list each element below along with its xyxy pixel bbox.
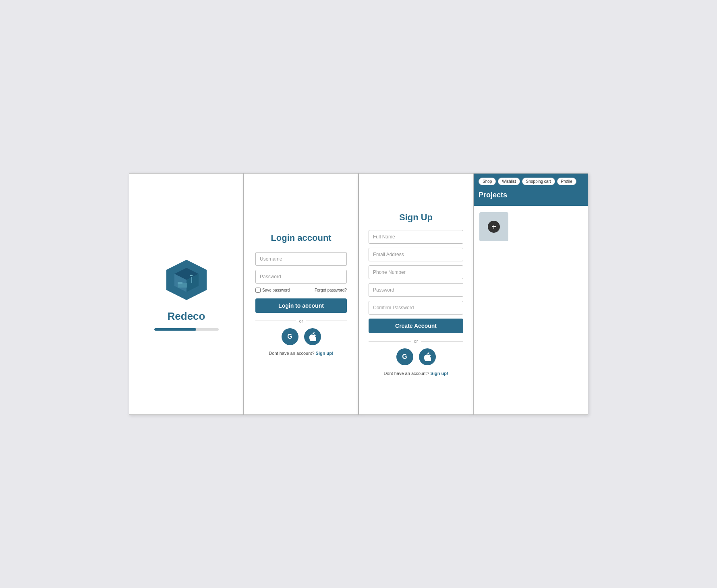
add-project-card[interactable]: + — [479, 212, 508, 241]
save-password-text: Save password — [262, 288, 290, 292]
svg-rect-5 — [178, 282, 182, 284]
google-login-button[interactable]: G — [282, 328, 298, 345]
splash-screen: Redeco — [129, 173, 244, 415]
app-logo-icon — [162, 258, 211, 302]
login-title: Login account — [271, 233, 331, 243]
apple-signup-button[interactable] — [419, 348, 436, 365]
nav-tab-shop[interactable]: Shop — [479, 178, 496, 185]
username-input[interactable] — [255, 252, 347, 266]
dashboard-header: Shop Wishlist Shopping cart Profile Proj… — [474, 174, 588, 206]
password-input[interactable] — [255, 270, 347, 284]
projects-title: Projects — [479, 189, 583, 202]
login-options-row: Save password Forgot password? — [255, 288, 347, 293]
or-divider-2: or — [369, 339, 463, 344]
dashboard-body: + — [474, 206, 588, 248]
signup-link[interactable]: Sign up! — [316, 351, 334, 356]
app-name: Redeco — [168, 310, 205, 323]
or-divider-1: or — [255, 319, 347, 323]
login-button[interactable]: Login to account — [255, 298, 347, 313]
confirm-password-input[interactable] — [369, 301, 463, 315]
phone-input[interactable] — [369, 265, 463, 279]
no-account-text: Dont have an account? Sign up! — [269, 351, 333, 356]
signup-title: Sign Up — [399, 212, 433, 223]
nav-tab-profile[interactable]: Profile — [557, 178, 576, 185]
login-screen: Login account Save password Forgot passw… — [244, 173, 358, 415]
signup-social-row: G — [396, 348, 436, 365]
forgot-password-link[interactable]: Forgot password? — [315, 288, 347, 292]
progress-bar-container — [154, 328, 219, 331]
add-project-icon[interactable]: + — [488, 221, 500, 233]
create-account-button[interactable]: Create Account — [369, 319, 463, 333]
apple-login-button[interactable] — [304, 328, 321, 345]
svg-rect-6 — [191, 277, 192, 283]
save-password-label[interactable]: Save password — [255, 288, 290, 293]
nav-tab-wishlist[interactable]: Wishlist — [498, 178, 520, 185]
nav-tab-shopping-cart[interactable]: Shopping cart — [522, 178, 555, 185]
outer-wrapper: Redeco Login account Save password Forgo… — [113, 157, 604, 431]
nav-tabs-row: Shop Wishlist Shopping cart Profile — [479, 178, 583, 185]
google-signup-button[interactable]: G — [396, 348, 413, 365]
fullname-input[interactable] — [369, 230, 463, 244]
email-input[interactable] — [369, 248, 463, 261]
signup-password-input[interactable] — [369, 283, 463, 297]
signup-page-link[interactable]: Sign up! — [431, 371, 448, 376]
signup-no-account-text: Dont have an account? Sign up! — [383, 371, 448, 376]
signup-screen: Sign Up Create Account or G Dont have an… — [358, 173, 473, 415]
save-password-checkbox[interactable] — [255, 288, 261, 293]
progress-bar-fill — [154, 328, 196, 331]
dashboard-screen: Shop Wishlist Shopping cart Profile Proj… — [473, 173, 588, 415]
social-icons-row: G — [282, 328, 321, 345]
